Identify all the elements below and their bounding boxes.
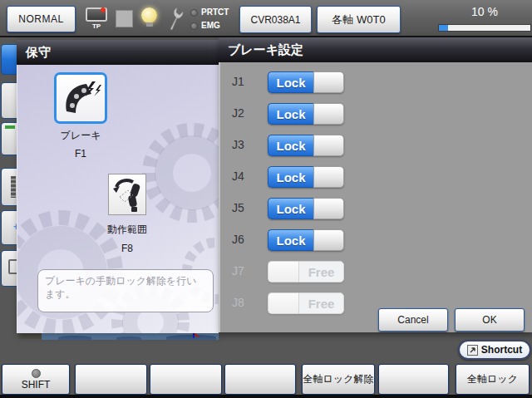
axis-mode-button[interactable]: 各軸 W0T0 (317, 6, 401, 33)
speed-percentage: 10 % (438, 5, 531, 18)
mode-button[interactable]: NORMAL (7, 6, 76, 32)
brake-settings-title: ブレーキ設定 (219, 37, 532, 62)
motion-range-icon (111, 177, 143, 212)
joint-label-j3: J3 (232, 138, 244, 151)
tp-red-led-icon (101, 7, 106, 12)
brake-settings-body: J1 Lock J2 Lock J3 Lock (219, 62, 532, 332)
brake-icon (60, 78, 101, 118)
toggle-state-label: Lock (268, 166, 313, 188)
toggle-knob (313, 198, 344, 219)
fkey-blank-2[interactable] (150, 364, 222, 395)
toggle-knob (313, 103, 344, 125)
function-description-box: ブレーキの手動ロック解除を行います。 (37, 269, 214, 312)
joint-label-j1: J1 (232, 75, 244, 88)
fkey-shift-button[interactable]: SHIFT (2, 364, 70, 395)
brake-function-label: ブレーキ (36, 129, 126, 143)
brake-toggle-j6[interactable]: Lock (268, 229, 344, 251)
toggle-state-label: Lock (268, 198, 313, 219)
toggle-knob (313, 229, 344, 251)
shortcut-label: Shortcut (481, 344, 522, 356)
toggle-state-label: Free (298, 261, 344, 283)
shortcut-window-icon (467, 345, 478, 356)
prtct-led-icon (190, 9, 198, 17)
joint-label-j4: J4 (232, 170, 244, 183)
tp-screen-icon (86, 7, 107, 22)
toggle-state-label: Lock (268, 71, 313, 93)
toggle-knob (268, 261, 298, 283)
brake-row-j2: J2 Lock (219, 103, 532, 128)
toggle-state-label: Lock (268, 229, 313, 251)
shift-led-icon (32, 369, 41, 378)
joint-label-j8: J8 (232, 296, 244, 309)
maintenance-dialog-body: ブレーキ F1 動作範囲 F8 ブレーキの手動ロック解除を行います。 (17, 65, 219, 333)
background-shape (58, 336, 91, 340)
brake-toggle-j3[interactable]: Lock (268, 135, 344, 156)
joint-label-j5: J5 (232, 201, 244, 214)
ok-button[interactable]: OK (455, 308, 525, 332)
cancel-button[interactable]: Cancel (378, 308, 448, 332)
toggle-state-label: Lock (268, 103, 313, 125)
tp-label: TP (84, 22, 109, 30)
brake-row-j4: J4 Lock (219, 166, 532, 191)
motion-range-label: 動作範囲 (81, 223, 173, 237)
joint-label-j6: J6 (232, 233, 244, 246)
motion-range-fkey-label: F8 (81, 243, 173, 254)
shortcut-button[interactable]: Shortcut (458, 340, 531, 360)
brake-fkey-label: F1 (36, 148, 126, 160)
brake-row-j3: J3 Lock (219, 135, 532, 160)
fkey-label: SHIFT (22, 379, 51, 391)
toggle-knob (268, 292, 298, 314)
toggle-state-label: Lock (268, 135, 313, 156)
brake-toggle-j5[interactable]: Lock (268, 198, 344, 219)
teach-pendant-screen: NORMAL TP PRTCT EMG CVR038A1 各軸 W0T0 10 … (0, 0, 532, 398)
brake-row-j7: J7 Free (219, 261, 532, 286)
lamp-base-icon (146, 22, 153, 27)
joint-label-j7: J7 (232, 264, 244, 278)
brake-toggle-j4[interactable]: Lock (268, 166, 344, 188)
maintenance-dialog-title: 保守 (17, 40, 219, 65)
bottom-edge (0, 395, 532, 398)
speed-progress-bar (438, 24, 531, 32)
motion-range-button[interactable] (108, 174, 146, 215)
fkey-label: 全軸ロック (467, 372, 518, 386)
fkey-label: 全軸ロック解除 (303, 372, 374, 386)
fkey-blank-3[interactable] (224, 364, 296, 395)
fkey-blank-4[interactable] (378, 364, 449, 395)
background-shape (116, 337, 141, 340)
emg-led-icon (190, 22, 198, 30)
emg-label: EMG (201, 21, 220, 30)
joint-label-j2: J2 (232, 106, 244, 120)
background-3d-view-strip (42, 332, 219, 340)
brake-row-j6: J6 Lock (219, 229, 532, 254)
prtct-label: PRTCT (201, 7, 229, 17)
brake-toggle-j8: Free (268, 292, 344, 314)
brake-row-j5: J5 Lock (219, 198, 532, 223)
status-square-icon (116, 10, 133, 27)
fkey-all-axis-lock-button[interactable]: 全軸ロック (456, 364, 530, 395)
fkey-all-axis-unlock-button[interactable]: 全軸ロック解除 (302, 364, 375, 395)
toggle-knob (313, 135, 344, 156)
background-strip-dark (18, 332, 42, 339)
background-shape (166, 335, 216, 340)
toggle-knob (313, 71, 344, 93)
toggle-knob (313, 166, 344, 188)
axis-marker-blue (193, 332, 195, 338)
program-button[interactable]: CVR038A1 (239, 6, 312, 33)
brake-row-j1: J1 Lock (219, 71, 532, 96)
tp-device-icon: TP (84, 7, 109, 32)
maintenance-dialog: 保守 (17, 40, 219, 333)
top-status-bar: NORMAL TP PRTCT EMG CVR038A1 各軸 W0T0 10 … (0, 0, 532, 37)
toggle-state-label: Free (298, 292, 344, 314)
brake-toggle-j7: Free (268, 261, 344, 283)
brake-toggle-j1[interactable]: Lock (268, 71, 344, 93)
fkey-blank-1[interactable] (75, 364, 147, 395)
lamp-icon (141, 7, 157, 23)
wrench-icon (166, 5, 186, 35)
speed-progress-fill (439, 25, 448, 31)
brake-toggle-j2[interactable]: Lock (268, 103, 344, 125)
brake-function-button[interactable] (54, 72, 107, 124)
brake-settings-dialog: ブレーキ設定 J1 Lock J2 Lock J3 Lock (219, 37, 532, 332)
